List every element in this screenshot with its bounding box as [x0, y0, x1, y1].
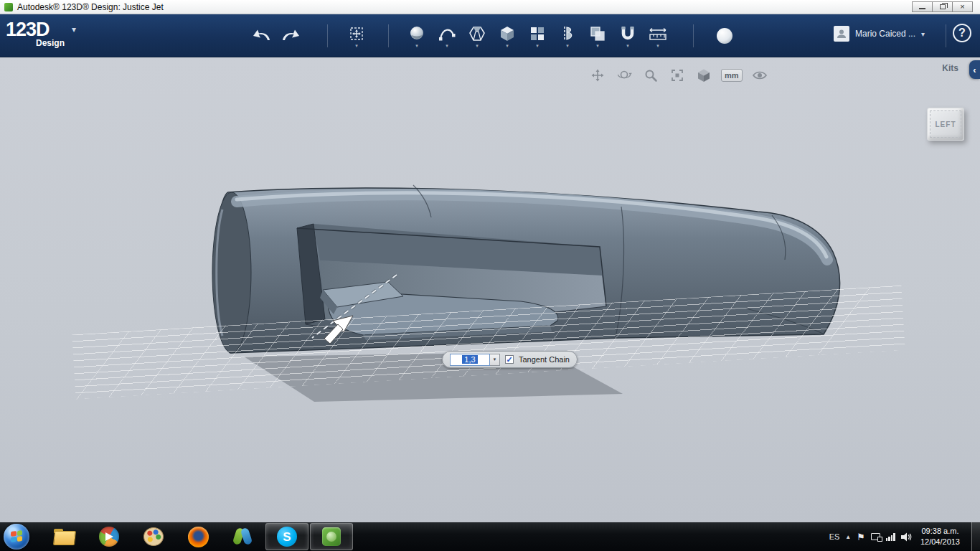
pan-icon	[590, 68, 605, 83]
explorer-taskbar-button[interactable]	[43, 523, 86, 550]
magnet-icon	[618, 24, 637, 43]
network-icon[interactable]	[871, 533, 880, 540]
jet-model[interactable]	[212, 185, 840, 353]
undo-icon	[251, 28, 273, 44]
magnifier-icon	[644, 68, 658, 83]
palette-icon	[143, 527, 164, 546]
user-avatar-icon	[834, 26, 849, 42]
window-titlebar: Autodesk® 123D® Design: Justice Jet ×	[0, 0, 980, 14]
action-center-flag-icon[interactable]: ⚑	[857, 532, 865, 542]
material-tool-button[interactable]	[712, 20, 737, 52]
media-player-icon	[99, 527, 119, 547]
restore-button[interactable]	[932, 1, 953, 12]
dropdown-arrow-icon: ▼	[493, 357, 497, 362]
fit-view-button[interactable]	[668, 66, 687, 85]
shaded-cube-icon	[696, 67, 712, 83]
close-button[interactable]: ×	[952, 1, 973, 12]
redo-button[interactable]	[278, 20, 303, 52]
redo-icon	[280, 28, 301, 44]
undo-button[interactable]	[250, 20, 274, 52]
app-menu-button[interactable]: 123D Design ▾	[6, 19, 65, 48]
tool-caret-icon: ▾	[626, 44, 629, 47]
minimize-icon	[919, 7, 925, 9]
toolbar-separator	[693, 24, 694, 47]
tool-caret-icon: ▾	[476, 44, 479, 47]
sketch-tool-button[interactable]: ▾	[435, 20, 459, 52]
orbit-button[interactable]	[615, 66, 633, 85]
chevron-down-icon: ▾	[72, 24, 76, 34]
combine-cubes-icon	[588, 24, 607, 43]
chamfer-tool-button[interactable]: ▾	[465, 20, 489, 52]
radius-value: 1,3	[462, 355, 477, 364]
language-indicator[interactable]: ES	[829, 532, 840, 541]
windows-taskbar: S ES ▲ ⚑ 09:38 a.m. 12/04/2013	[0, 522, 980, 551]
shading-mode-button[interactable]	[694, 66, 713, 85]
orbit-icon	[616, 68, 632, 83]
panel-collapse-tab[interactable]: ‹	[969, 60, 980, 79]
transform-tool-button[interactable]: ▾	[344, 20, 369, 52]
tool-caret-icon: ▾	[566, 44, 569, 47]
pattern-tool-button[interactable]: ▾	[525, 20, 550, 52]
fillet-mini-toolbar: 1,3 ▼ ✓ Tangent Chain	[442, 351, 578, 368]
volume-icon[interactable]	[901, 532, 912, 542]
visibility-button[interactable]	[750, 66, 769, 85]
messenger-icon	[232, 527, 253, 547]
tool-caret-icon: ▾	[415, 44, 418, 47]
start-button[interactable]	[4, 524, 29, 550]
clock-time: 09:38 a.m.	[920, 526, 960, 537]
view-cube[interactable]: LEFT	[927, 108, 964, 141]
tool-caret-icon: ▾	[446, 44, 448, 47]
combine-tool-button[interactable]: ▾	[585, 20, 610, 52]
checkmark-icon: ✓	[506, 356, 512, 364]
zoom-button[interactable]	[641, 66, 660, 85]
firefox-icon	[188, 527, 209, 547]
system-tray: ES ▲ ⚑ 09:38 a.m. 12/04/2013	[829, 522, 980, 551]
skype-icon: S	[277, 527, 297, 547]
radius-input[interactable]: 1,3	[450, 354, 490, 366]
signal-strength-icon[interactable]	[886, 533, 895, 541]
show-desktop-button[interactable]	[971, 522, 980, 551]
transform-move-icon	[347, 24, 366, 43]
tangent-chain-checkbox[interactable]: ✓	[505, 355, 514, 364]
clock-date: 12/04/2013	[920, 537, 960, 547]
units-button[interactable]: mm	[721, 69, 743, 82]
snap-tool-button[interactable]: ▾	[616, 20, 640, 52]
help-button[interactable]: ?	[953, 24, 971, 42]
taskbar-clock[interactable]: 09:38 a.m. 12/04/2013	[918, 526, 966, 547]
gallery-taskbar-button[interactable]	[132, 523, 175, 550]
design-app-taskbar-button[interactable]	[310, 523, 353, 550]
tool-caret-icon: ▾	[656, 44, 659, 47]
revolve-tool-button[interactable]: ▾	[555, 20, 580, 52]
revolve-icon	[558, 24, 577, 43]
firefox-taskbar-button[interactable]	[176, 523, 220, 550]
tray-expand-icon[interactable]: ▲	[845, 534, 851, 540]
extrude-tool-button[interactable]: ▾	[495, 20, 519, 52]
windows-flag-icon	[11, 530, 22, 542]
3d-viewport-canvas[interactable]	[0, 57, 980, 522]
toolbar-separator	[946, 24, 946, 47]
primitive-sphere-icon	[407, 24, 426, 43]
window-controls: ×	[913, 1, 973, 12]
media-player-taskbar-button[interactable]	[88, 523, 131, 550]
tool-caret-icon: ▾	[536, 44, 539, 47]
3d-viewport[interactable]: mm Kits ‹ LEFT 1,3 ▼ ✓ Tangent Chain	[0, 57, 980, 522]
kits-panel-label[interactable]: Kits	[942, 63, 958, 73]
account-menu[interactable]: Mario Caiced ... ▾	[834, 26, 925, 42]
app-icon	[4, 3, 13, 11]
material-sphere-icon	[715, 26, 735, 46]
pan-button[interactable]	[588, 66, 607, 85]
toolbar-separator	[388, 24, 389, 47]
radius-dropdown-button[interactable]: ▼	[490, 354, 500, 366]
ruler-measure-icon	[648, 24, 668, 43]
measure-tool-button[interactable]: ▾	[646, 20, 670, 52]
primitives-tool-button[interactable]: ▾	[405, 20, 429, 52]
minimize-button[interactable]	[912, 1, 933, 12]
account-name: Mario Caiced ...	[855, 29, 915, 39]
messenger-taskbar-button[interactable]	[221, 523, 264, 550]
app-toolbar: 123D Design ▾ ▾	[0, 14, 980, 57]
design-app-icon	[322, 527, 341, 546]
skype-taskbar-button[interactable]: S	[265, 523, 308, 550]
fit-brackets-icon	[670, 68, 684, 83]
restore-icon	[940, 4, 946, 9]
eye-icon	[752, 70, 768, 81]
